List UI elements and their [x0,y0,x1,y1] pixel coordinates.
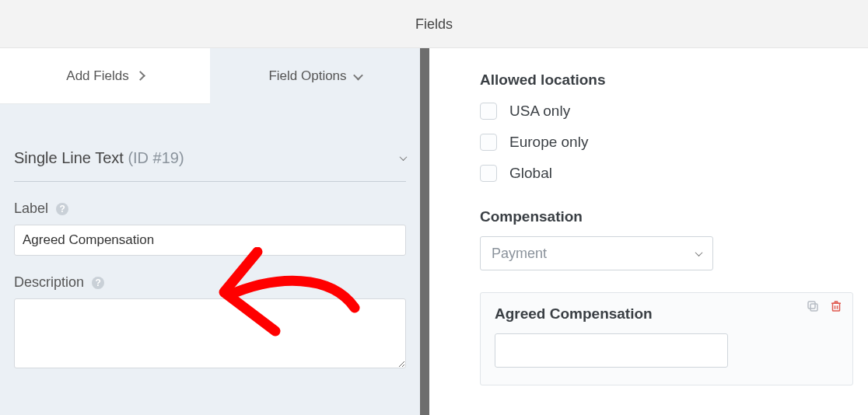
checkbox[interactable] [480,134,497,151]
checkbox[interactable] [480,165,497,182]
preview-field-input[interactable] [495,333,728,368]
compensation-select[interactable]: Payment [480,236,713,270]
preview-field-title: Agreed Compensation [495,305,838,323]
left-panel: Add Fields Field Options Single Line Tex… [0,48,420,415]
chevron-down-icon [353,70,363,80]
duplicate-icon[interactable] [804,298,821,315]
checkbox-label: USA only [509,103,570,120]
svg-rect-2 [833,303,840,311]
chevron-down-icon [400,153,408,161]
tab-field-options-label: Field Options [268,68,346,84]
svg-rect-0 [810,304,817,311]
description-heading: Description [14,274,84,291]
chevron-right-icon [135,71,145,81]
field-type-header[interactable]: Single Line Text (ID #19) [14,149,406,182]
trash-icon[interactable] [828,298,845,315]
tabs: Add Fields Field Options [0,48,420,104]
description-textarea[interactable] [14,298,406,368]
label-heading: Label [14,201,48,217]
checkbox-row-europe[interactable]: Europe only [480,134,868,151]
checkbox-label: Global [509,165,552,182]
field-id-label: (ID #19) [128,149,184,166]
checkbox[interactable] [480,103,497,120]
tab-field-options[interactable]: Field Options [210,48,420,104]
checkbox-label: Europe only [509,134,588,151]
chevron-down-icon [695,249,703,256]
help-icon[interactable]: ? [56,203,68,215]
checkbox-row-global[interactable]: Global [480,165,868,182]
panel-divider[interactable] [420,48,429,415]
svg-rect-1 [808,302,815,309]
compensation-title: Compensation [480,208,868,225]
preview-field-agreed-compensation[interactable]: Agreed Compensation [480,292,853,385]
help-icon[interactable]: ? [92,277,104,289]
checkbox-row-usa[interactable]: USA only [480,103,868,120]
tab-add-fields-label: Add Fields [66,68,128,84]
field-type-name: Single Line Text [14,149,124,166]
page-title: Fields [0,0,868,48]
allowed-locations-title: Allowed locations [480,71,868,89]
right-panel: Allowed locations USA only Europe only G… [429,48,868,415]
tab-add-fields[interactable]: Add Fields [0,48,210,104]
label-input[interactable] [14,225,406,256]
compensation-select-value: Payment [492,246,547,262]
